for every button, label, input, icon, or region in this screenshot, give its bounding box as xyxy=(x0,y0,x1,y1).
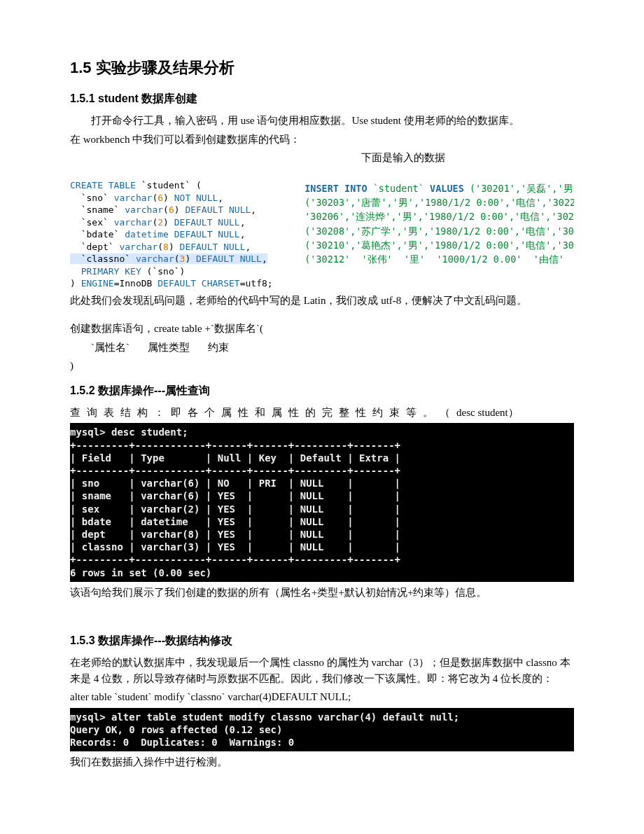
paragraph: 打开命令行工具，输入密码，用 use 语句使用相应数据。Use student … xyxy=(70,113,574,129)
code-row: CREATE TABLE `student` ( `sno` varchar(6… xyxy=(70,167,574,290)
text: desc student xyxy=(456,407,508,418)
code-caption: 下面是输入的数据 xyxy=(302,150,574,166)
paragraph: ) xyxy=(70,358,574,374)
heading-sec-1: 1.5.1 student 数据库创建 xyxy=(70,90,574,107)
terminal-output-alter: mysql> alter table student modify classn… xyxy=(70,708,574,752)
sql-create-block: CREATE TABLE `student` ( `sno` varchar(6… xyxy=(70,167,302,290)
paragraph: 创建数据库语句，create table +`数据库名`( xyxy=(70,321,574,337)
text: 查询表结构：即各个属性和属性的完整性约束等。（ xyxy=(70,407,456,418)
text: 在 workbench 中我们可以看到创建数据库的代码： xyxy=(70,134,300,145)
text: ） xyxy=(508,407,525,418)
code-line: alter table `student` modify `classno` v… xyxy=(70,689,574,705)
paragraph: 在 workbench 中我们可以看到创建数据库的代码： xyxy=(70,132,574,148)
paragraph: 我们在数据插入操作中进行检测。 xyxy=(70,754,574,770)
paragraph: `属性名` 属性类型 约束 xyxy=(70,340,574,356)
heading-main: 1.5 实验步骤及结果分析 xyxy=(70,56,574,79)
paragraph: 该语句给我们展示了我们创建的数据的所有（属性名+类型+默认初始情况+约束等）信息… xyxy=(70,585,574,601)
sql-insert-block: INSERT INTO `student` VALUES ('30201','吴… xyxy=(304,167,574,267)
paragraph: 此处我们会发现乱码问题，老师给的代码中写的是 Latin，我们改成 utf-8，… xyxy=(70,293,574,309)
heading-sec-3: 1.5.3 数据库操作---数据结构修改 xyxy=(70,632,574,649)
paragraph: 查询表结构：即各个属性和属性的完整性约束等。（desc student） xyxy=(70,405,574,421)
heading-sec-2: 1.5.2 数据库操作---属性查询 xyxy=(70,382,574,399)
terminal-output-desc: mysql> desc student; +---------+--------… xyxy=(70,423,574,581)
paragraph: 在老师给的默认数据库中，我发现最后一个属性 classno 的属性为 varch… xyxy=(70,655,574,686)
